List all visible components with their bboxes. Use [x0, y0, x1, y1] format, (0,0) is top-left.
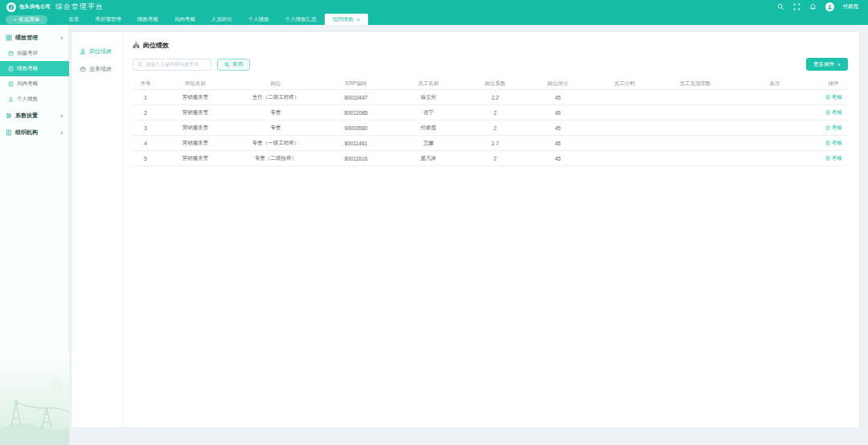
bell-icon[interactable] — [809, 3, 817, 10]
topbar: 包头供电公司 综合管理平台 付嫦霞 — [0, 0, 868, 14]
tab-personal-performance[interactable]: 个人绩效 — [240, 14, 277, 25]
app-logo: 包头供电公司 综合管理平台 — [6, 2, 104, 12]
chevron-up-icon: ∧ — [60, 35, 63, 40]
more-actions-button[interactable]: 更多操作 ∨ — [806, 58, 848, 71]
collapse-menu-label: 收起菜单 — [18, 16, 39, 23]
document-icon — [8, 81, 14, 87]
assess-action-link[interactable]: 考核 — [819, 125, 848, 132]
table-row: 4 营销服务室 专责（一级工程师） 80011461 王姗 2.7 45 考核 — [133, 136, 848, 151]
tab-org-performance[interactable]: 组织绩效 × — [325, 14, 368, 25]
main-area: 岗位绩效 业务绩效 岗位绩效 — [69, 25, 868, 445]
chevron-down-icon: ∨ — [60, 130, 63, 135]
sidebar-item-performance-assessment[interactable]: 绩效考核 — [0, 61, 69, 76]
search-icon — [224, 62, 230, 67]
content-panel: 岗位绩效 查询 更多操作 ∨ — [123, 32, 859, 427]
sidebar-item-bureau-assessment[interactable]: 局内考核 — [0, 76, 69, 92]
building-icon — [6, 129, 12, 136]
tab-bureau-assessment[interactable]: 局内考核 — [166, 14, 203, 25]
briefcase-icon — [80, 66, 86, 72]
assess-action-link[interactable]: 考核 — [819, 109, 848, 116]
tab-home[interactable]: 首页 — [60, 14, 87, 25]
fullscreen-icon[interactable] — [793, 3, 800, 10]
close-tab-icon[interactable]: × — [357, 17, 360, 22]
search-input[interactable] — [145, 62, 207, 67]
person-icon — [8, 96, 14, 102]
performance-type-panel: 岗位绩效 业务绩效 — [72, 32, 123, 427]
person-icon — [80, 48, 86, 55]
people-group-icon — [133, 42, 140, 49]
tab-personal-performance-summary[interactable]: 个人绩效汇总 — [277, 14, 325, 25]
calendar-icon — [8, 51, 14, 56]
toolbar: 查询 更多操作 ∨ — [133, 58, 848, 71]
assess-doc-icon — [825, 95, 830, 100]
assess-doc-icon — [825, 141, 830, 145]
collapse-icon: « — [14, 17, 16, 22]
search-icon — [137, 62, 143, 67]
search-button[interactable]: 查询 — [217, 59, 250, 71]
assess-action-link[interactable]: 考核 — [819, 140, 848, 147]
sidebar-item-self-assessment[interactable]: 自建考评 — [0, 46, 69, 61]
sidebar-group-organization[interactable]: 组织机构 ∨ — [0, 124, 69, 141]
assess-action-link[interactable]: 考核 — [819, 94, 848, 101]
table-row: 3 营销服务室 专责 90003580 付嫦霞 2 45 考核 — [133, 120, 848, 136]
table-row: 2 营销服务室 专责 80012085 张宁 2 45 考核 — [133, 105, 848, 120]
page-title: 岗位绩效 — [133, 41, 848, 50]
assess-doc-icon — [825, 110, 830, 115]
avatar[interactable] — [825, 2, 834, 11]
table-row: 5 营销服务室 专责（二级技师） 80011616 孟凡涛 2 45 考核 — [133, 151, 848, 166]
assess-doc-icon — [825, 156, 830, 161]
chevron-down-icon: ∨ — [60, 113, 63, 118]
content-card: 岗位绩效 业务绩效 岗位绩效 — [72, 32, 859, 427]
subpanel-item-business-performance[interactable]: 业务绩效 — [72, 62, 122, 76]
company-name: 包头供电公司 — [19, 3, 51, 10]
assess-doc-icon — [825, 125, 830, 130]
table-row: 1 营销服务室 主任（二级工程师） 80010447 徐云芳 2.2 45 考核 — [133, 90, 848, 105]
tab-bar: « 收起菜单 首页 考评项管理 绩效考核 局内考核 人员评分 个人绩效 个人绩效… — [0, 14, 868, 25]
search-icon[interactable] — [777, 3, 784, 10]
table-header: 序号 班组名称 岗位 ERP编码 员工名称 岗位系数 岗位得分 员工分档 员工兑… — [133, 78, 848, 90]
document-check-icon — [8, 66, 14, 71]
collapse-menu-button[interactable]: « 收起菜单 — [6, 15, 47, 24]
post-performance-table: 序号 班组名称 岗位 ERP编码 员工名称 岗位系数 岗位得分 员工分档 员工兑… — [133, 78, 848, 166]
username[interactable]: 付嫦霞 — [843, 3, 859, 10]
assess-action-link[interactable]: 考核 — [819, 155, 848, 162]
sidebar-landscape-art — [0, 353, 69, 445]
search-box — [133, 59, 211, 71]
sidebar-group-performance-mgmt[interactable]: 绩效管理 ∧ — [0, 29, 69, 46]
sidebar-group-coefficient-settings[interactable]: 系数设置 ∨ — [0, 107, 69, 124]
subpanel-item-post-performance[interactable]: 岗位绩效 — [72, 44, 122, 58]
platform-title: 综合管理平台 — [55, 2, 104, 12]
logo-icon — [6, 2, 16, 12]
grid-icon — [6, 35, 12, 41]
sidebar: 绩效管理 ∧ 自建考评 绩效考核 局内考核 个人绩效 系数设置 — [0, 25, 69, 445]
tab-performance-assessment[interactable]: 绩效考核 — [129, 14, 166, 25]
sidebar-item-personal-performance[interactable]: 个人绩效 — [0, 92, 69, 107]
sliders-icon — [6, 112, 12, 119]
tab-personnel-scoring[interactable]: 人员评分 — [203, 14, 240, 25]
chevron-down-icon: ∨ — [837, 62, 841, 67]
tab-assessment-item-mgmt[interactable]: 考评项管理 — [87, 14, 129, 25]
